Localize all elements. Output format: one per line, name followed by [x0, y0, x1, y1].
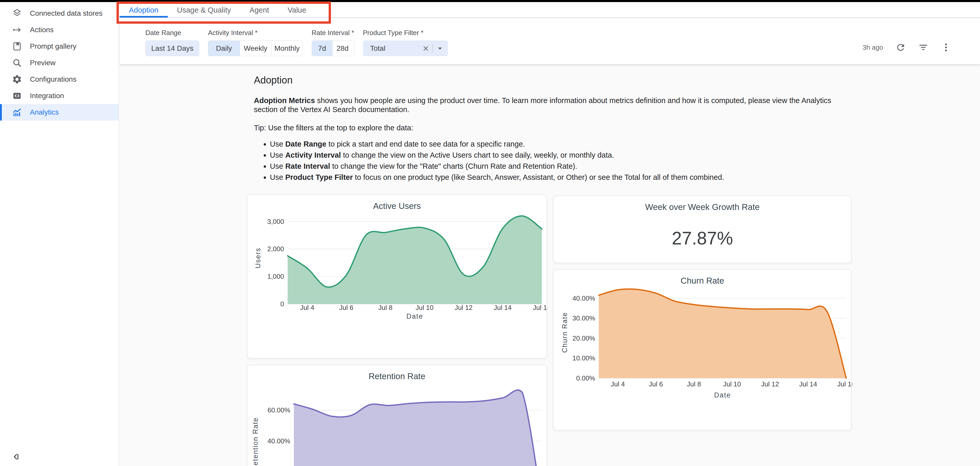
top-edge-strip [0, 0, 980, 2]
refresh-icon[interactable] [896, 42, 906, 52]
active-users-card: Active Users 01,0002,0003,000Jul 4Jul 6J… [247, 195, 547, 358]
prompt-gallery-icon [12, 41, 22, 52]
chart-title: Churn Rate [554, 276, 851, 287]
svg-text:Date: Date [714, 391, 731, 399]
sidebar-item-integration[interactable]: Integration [0, 87, 119, 104]
tab-agent[interactable]: Agent [240, 2, 278, 17]
last-refreshed-text: 3h ago [862, 44, 883, 52]
code-integration-icon [12, 91, 22, 101]
sidebar-item-label: Connected data stores [30, 9, 103, 17]
sidebar-item-connected-data-stores[interactable]: Connected data stores [0, 5, 119, 22]
filter-bar: Date Range Last 14 Days Activity Interva… [119, 18, 980, 64]
tips-list: Use Date Range to pick a start and end d… [254, 139, 834, 182]
list-item: Use Activity Interval to change the view… [270, 151, 834, 160]
svg-text:40.00%: 40.00% [267, 437, 290, 445]
sidebar-item-prompt-gallery[interactable]: Prompt gallery [0, 38, 119, 55]
sidebar-item-label: Preview [30, 59, 56, 67]
rate-option-7d[interactable]: 7d [312, 41, 332, 56]
product-type-dropdown[interactable]: Total [363, 40, 448, 56]
svg-text:Jul 10: Jul 10 [723, 380, 741, 388]
sidebar-item-label: Prompt gallery [30, 42, 76, 51]
activity-interval-segmented: Daily Weekly Monthly [208, 40, 303, 56]
tab-adoption[interactable]: Adoption [119, 2, 168, 17]
page-title: Adoption [254, 75, 834, 86]
data-stores-icon [12, 8, 22, 19]
svg-text:Jul 12: Jul 12 [455, 304, 473, 311]
svg-text:Jul 6: Jul 6 [339, 304, 353, 311]
sidebar-item-label: Configurations [30, 75, 76, 84]
svg-text:Date: Date [406, 312, 423, 320]
active-users-chart[interactable]: 01,0002,0003,000Jul 4Jul 6Jul 8Jul 10Jul… [247, 212, 547, 359]
wow-growth-card: Week over Week Growth Rate 27.87% [553, 195, 852, 263]
date-range-label: Date Range [145, 29, 199, 37]
chevron-down-icon[interactable] [436, 44, 444, 53]
svg-text:Jul 16: Jul 16 [837, 380, 852, 388]
tab-bar: Adoption Usage & Quality Agent Value [119, 2, 980, 18]
preview-search-icon [12, 58, 22, 68]
svg-text:Jul 6: Jul 6 [649, 380, 663, 388]
svg-text:Jul 4: Jul 4 [300, 304, 314, 311]
sidebar-item-label: Analytics [30, 108, 59, 116]
sidebar-item-analytics[interactable]: Analytics [0, 104, 119, 120]
tab-usage-quality[interactable]: Usage & Quality [168, 2, 240, 17]
product-type-label: Product Type Filter * [363, 29, 448, 37]
sidebar-nav-list: Connected data stores Actions Prompt gal… [0, 2, 119, 120]
tip-line: Tip: Use the filters at the top to explo… [254, 124, 834, 132]
intro-paragraph: Adoption Metrics shows you how people ar… [254, 96, 834, 114]
sidebar-item-actions[interactable]: Actions [0, 22, 119, 38]
svg-text:60.00%: 60.00% [267, 406, 290, 414]
list-item: Use Product Type Filter to focus on one … [270, 173, 834, 182]
chart-title: Active Users [247, 201, 546, 212]
svg-text:Jul 12: Jul 12 [761, 380, 779, 388]
sidebar-item-preview[interactable]: Preview [0, 55, 119, 71]
activity-option-monthly[interactable]: Monthly [271, 41, 302, 56]
svg-text:10.00%: 10.00% [573, 354, 595, 362]
svg-text:Jul 8: Jul 8 [687, 380, 701, 388]
retention-rate-chart[interactable]: 0.00%20.00%40.00%60.00%Jul 4Jul 6Jul 8Ju… [247, 382, 547, 466]
list-item: Use Date Range to pick a start and end d… [270, 139, 834, 149]
filter-list-icon[interactable] [918, 42, 928, 52]
svg-text:Retention Rate: Retention Rate [251, 417, 259, 466]
svg-text:0: 0 [280, 300, 284, 308]
retention-rate-card: Retention Rate 0.00%20.00%40.00%60.00%Ju… [247, 365, 547, 466]
churn-rate-chart[interactable]: 0.00%10.00%20.00%30.00%40.00%Jul 4Jul 6J… [554, 287, 852, 431]
gear-icon [12, 74, 22, 84]
date-range-button[interactable]: Last 14 Days [145, 40, 199, 56]
sidebar-item-configurations[interactable]: Configurations [0, 71, 119, 87]
sidebar: Connected data stores Actions Prompt gal… [0, 2, 119, 466]
intro-rest: shows you how people are using the produ… [254, 96, 831, 114]
activity-interval-label: Activity Interval * [208, 29, 303, 37]
svg-text:Jul 16: Jul 16 [533, 304, 547, 311]
main-area: Adoption Usage & Quality Agent Value Dat… [119, 2, 980, 466]
rate-interval-segmented: 7d 28d [312, 40, 354, 56]
svg-text:Jul 4: Jul 4 [611, 380, 625, 388]
more-vert-icon[interactable] [941, 42, 951, 52]
chart-title: Week over Week Growth Rate [554, 202, 851, 213]
list-item: Use Rate Interval to change the view for… [270, 162, 834, 171]
svg-text:30.00%: 30.00% [573, 314, 595, 322]
svg-text:40.00%: 40.00% [573, 295, 595, 302]
svg-text:0.00%: 0.00% [576, 374, 595, 382]
analytics-chart-icon [12, 107, 22, 117]
activity-option-daily[interactable]: Daily [208, 41, 240, 56]
activity-interval-filter: Activity Interval * Daily Weekly Monthly [208, 29, 303, 56]
svg-text:Jul 14: Jul 14 [799, 380, 817, 388]
churn-rate-card: Churn Rate 0.00%10.00%20.00%30.00%40.00%… [553, 269, 852, 430]
svg-text:Jul 8: Jul 8 [379, 304, 393, 311]
product-type-value: Total [370, 44, 422, 52]
clear-filter-icon[interactable] [422, 44, 430, 52]
dropdown-divider [433, 44, 433, 53]
rate-option-28d[interactable]: 28d [332, 41, 353, 56]
rate-interval-filter: Rate Interval * 7d 28d [312, 29, 354, 56]
svg-text:Jul 14: Jul 14 [494, 304, 512, 311]
svg-text:3,000: 3,000 [267, 218, 284, 225]
svg-text:Users: Users [254, 247, 262, 268]
growth-rate-value: 27.87% [554, 228, 851, 249]
collapse-sidebar-icon[interactable] [10, 451, 22, 463]
svg-text:Churn Rate: Churn Rate [561, 312, 569, 353]
sidebar-item-label: Actions [30, 26, 54, 34]
svg-text:2,000: 2,000 [267, 245, 284, 253]
intro-bold: Adoption Metrics [254, 96, 315, 105]
activity-option-weekly[interactable]: Weekly [240, 41, 271, 56]
tab-value[interactable]: Value [278, 2, 315, 17]
